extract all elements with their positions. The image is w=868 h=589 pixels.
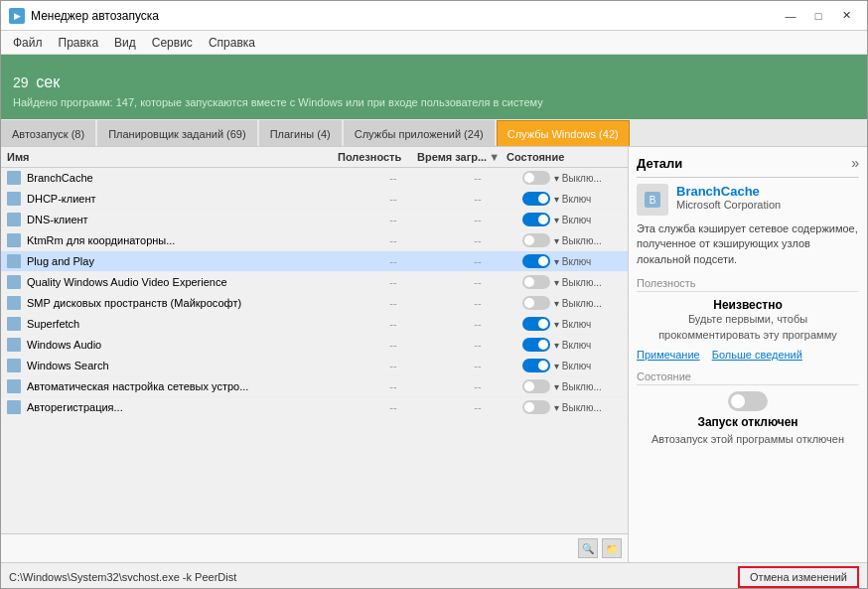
row-name: KtmRm для координаторны... xyxy=(7,233,354,247)
header-subtitle: Найдено программ: 147, которые запускают… xyxy=(13,96,855,108)
row-icon xyxy=(7,275,21,289)
toggle-off[interactable] xyxy=(522,233,550,247)
table-body: BranchCache -- -- ▾ Выклю... DHCP-клиент… xyxy=(1,168,628,533)
row-name: DNS-клиент xyxy=(7,213,354,226)
details-status-label: Запуск отключен xyxy=(697,415,797,429)
table-row[interactable]: Windows Search -- -- ▾ Включ xyxy=(1,356,628,376)
table-row[interactable]: Авторегистрация... -- -- ▾ Выклю... xyxy=(1,397,628,418)
col-usefulness: Полезность xyxy=(338,151,417,163)
toggle-off[interactable] xyxy=(522,275,550,289)
row-name: Автоматическая настройка сетевых устро..… xyxy=(7,379,354,393)
menubar: Файл Правка Вид Сервис Справка xyxy=(1,31,867,55)
toggle-on[interactable] xyxy=(522,359,550,372)
bottombar: C:\Windows\System32\svchost.exe -k PeerD… xyxy=(1,562,867,589)
toggle-on[interactable] xyxy=(522,254,550,268)
table-row[interactable]: Quality Windows Audio Video Experience -… xyxy=(1,272,628,293)
menu-view[interactable]: Вид xyxy=(106,34,144,52)
usefulness-desc: Будьте первыми, чтобы прокомментировать … xyxy=(637,312,859,343)
toggle-on[interactable] xyxy=(522,192,550,206)
table-row[interactable]: Superfetch -- -- ▾ Включ xyxy=(1,314,628,335)
row-name: SMP дисковых пространств (Майкрософт) xyxy=(7,296,354,310)
toggle-off[interactable] xyxy=(522,400,550,414)
row-icon xyxy=(7,254,21,268)
search-icon[interactable]: 🔍 xyxy=(578,538,598,558)
row-icon xyxy=(7,171,21,185)
menu-edit[interactable]: Правка xyxy=(51,34,107,52)
row-name: Quality Windows Audio Video Experience xyxy=(7,275,354,289)
details-header: Детали » xyxy=(637,155,859,178)
file-path: C:\Windows\System32\svchost.exe -k PeerD… xyxy=(9,571,236,583)
table-row[interactable]: Windows Audio -- -- ▾ Включ xyxy=(1,335,628,356)
titlebar-left: ▶ Менеджер автозапуска xyxy=(9,8,159,24)
more-link[interactable]: Больше сведений xyxy=(712,349,802,361)
table-row[interactable]: BranchCache -- -- ▾ Выклю... xyxy=(1,168,628,189)
row-name: Superfetch xyxy=(7,317,354,331)
tab-scheduler[interactable]: Планировщик заданий (69) xyxy=(97,120,256,146)
links-row: Примечание Больше сведений xyxy=(637,349,859,361)
toggle-off[interactable] xyxy=(522,379,550,393)
tab-windows-services[interactable]: Службы Windows (42) xyxy=(497,120,630,146)
folder-icon[interactable]: 📁 xyxy=(602,538,622,558)
details-status-desc: Автозапуск этой программы отключен xyxy=(651,433,844,445)
row-icon xyxy=(7,400,21,414)
details-status-toggle[interactable] xyxy=(728,391,768,411)
minimize-button[interactable]: — xyxy=(778,6,803,26)
usefulness-value: Неизвестно xyxy=(637,298,859,312)
row-name: Авторегистрация... xyxy=(7,400,354,414)
app-detail-publisher: Microsoft Corporation xyxy=(676,199,781,211)
toggle-off[interactable] xyxy=(522,296,550,310)
toggle-off[interactable] xyxy=(522,171,550,185)
row-name: Windows Audio xyxy=(7,338,354,352)
tab-autostart[interactable]: Автозапуск (8) xyxy=(1,120,95,146)
table-row[interactable]: Автоматическая настройка сетевых устро..… xyxy=(1,376,628,397)
titlebar-controls: — □ ✕ xyxy=(778,6,859,26)
timer-unit: сек xyxy=(36,74,60,90)
header: 29 сек Найдено программ: 147, которые за… xyxy=(1,55,867,119)
col-status: Состояние xyxy=(506,151,606,163)
cancel-changes-button[interactable]: Отмена изменений xyxy=(738,566,859,588)
toggle-on[interactable] xyxy=(522,338,550,352)
app-detail-name: BranchCache xyxy=(676,184,781,199)
app-detail-icon: B xyxy=(637,184,668,216)
titlebar: ▶ Менеджер автозапуска — □ ✕ xyxy=(1,1,867,31)
menu-file[interactable]: Файл xyxy=(5,34,51,52)
table-header: Имя Полезность Время загр... ▼ Состояние xyxy=(1,147,628,168)
menu-help[interactable]: Справка xyxy=(201,34,263,52)
row-icon xyxy=(7,379,21,393)
table-area: Имя Полезность Время загр... ▼ Состояние… xyxy=(1,147,629,562)
details-panel: Детали » B BranchCache Microsoft Corpora… xyxy=(629,147,867,562)
note-link[interactable]: Примечание xyxy=(637,349,700,361)
row-name: Windows Search xyxy=(7,359,354,372)
toggle-on[interactable] xyxy=(522,317,550,331)
row-name: Plug and Play xyxy=(7,254,354,268)
maximize-button[interactable]: □ xyxy=(805,6,831,26)
svg-text:B: B xyxy=(650,195,656,206)
row-icon xyxy=(7,338,21,352)
col-loadtime: Время загр... ▼ xyxy=(417,151,506,163)
details-app-info: B BranchCache Microsoft Corporation xyxy=(637,184,859,216)
row-icon xyxy=(7,192,21,206)
timer-display: 29 сек xyxy=(13,63,855,94)
row-icon xyxy=(7,296,21,310)
table-row[interactable]: SMP дисковых пространств (Майкрософт) --… xyxy=(1,293,628,314)
app-icon: ▶ xyxy=(9,8,25,24)
tab-app-services[interactable]: Службы приложений (24) xyxy=(344,120,495,146)
col-name: Имя xyxy=(7,151,338,163)
table-row[interactable]: KtmRm для координаторны... -- -- ▾ Выклю… xyxy=(1,230,628,251)
close-button[interactable]: ✕ xyxy=(833,6,859,26)
table-row[interactable]: DNS-клиент -- -- ▾ Включ xyxy=(1,210,628,230)
details-status-section: Запуск отключен Автозапуск этой программ… xyxy=(637,391,859,445)
toggle-on[interactable] xyxy=(522,213,550,226)
row-name: DHCP-клиент xyxy=(7,192,354,206)
main-content: Имя Полезность Время загр... ▼ Состояние… xyxy=(1,147,867,562)
row-icon xyxy=(7,233,21,247)
row-icon xyxy=(7,359,21,372)
table-row[interactable]: DHCP-клиент -- -- ▾ Включ xyxy=(1,189,628,210)
row-icon xyxy=(7,317,21,331)
status-section-label: Состояние xyxy=(637,370,859,385)
table-row[interactable]: Plug and Play -- -- ▾ Включ xyxy=(1,251,628,272)
expand-button[interactable]: » xyxy=(851,155,859,171)
row-icon xyxy=(7,213,21,226)
menu-service[interactable]: Сервис xyxy=(144,34,201,52)
tab-plugins[interactable]: Плагины (4) xyxy=(259,120,342,146)
